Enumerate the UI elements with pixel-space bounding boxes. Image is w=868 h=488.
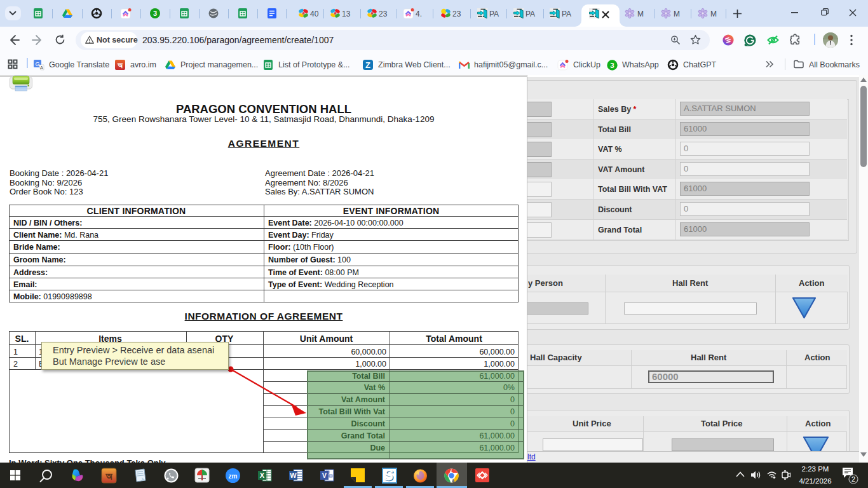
svg-text:A: A: [40, 65, 43, 71]
svg-text:অ: অ: [105, 471, 113, 482]
svg-text:3: 3: [610, 62, 614, 69]
svg-text:G: G: [35, 61, 39, 67]
svg-text:W: W: [290, 471, 297, 479]
svg-text:Z: Z: [365, 60, 370, 70]
svg-text:3: 3: [153, 10, 157, 17]
svg-text:S: S: [383, 466, 395, 484]
svg-text:zm: zm: [229, 473, 238, 480]
svg-text:অ: অ: [117, 61, 123, 70]
svg-text:2: 2: [851, 475, 855, 483]
svg-text:X: X: [260, 471, 265, 479]
svg-text:V: V: [322, 471, 327, 479]
